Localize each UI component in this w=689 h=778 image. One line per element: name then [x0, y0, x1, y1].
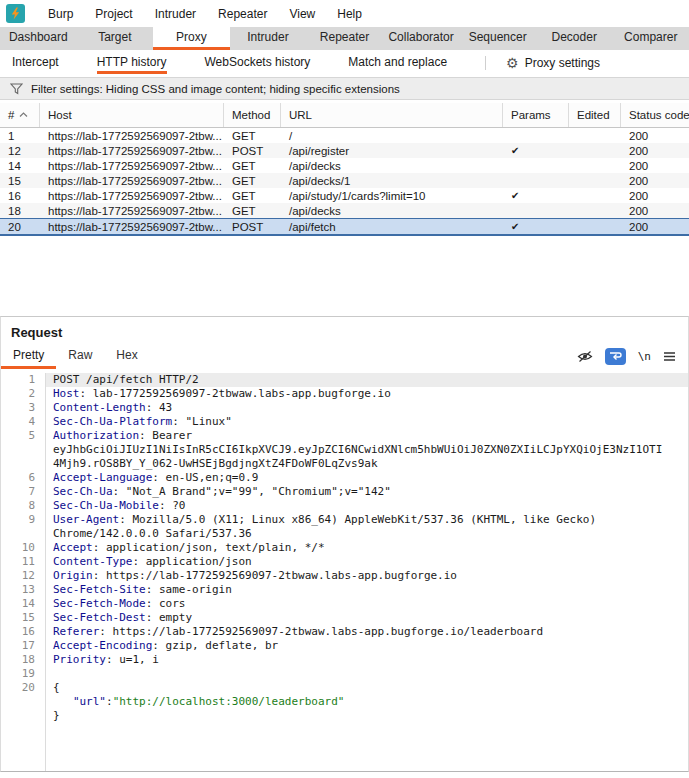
proxy-settings-button[interactable]: ⚙ Proxy settings: [506, 56, 600, 70]
cell-params: ✔: [503, 190, 569, 201]
token: "http://localhost:3000/leaderboard": [113, 695, 345, 708]
subtab-http-history[interactable]: HTTP history: [97, 51, 167, 74]
cell-url: /api/fetch: [281, 221, 503, 233]
menu-item-project[interactable]: Project: [84, 7, 143, 21]
eye-off-icon[interactable]: [577, 350, 593, 363]
cell-method: GET: [224, 190, 281, 202]
token: Sec-Ch-Ua-Platform: [53, 415, 172, 428]
editor-line: }: [1, 709, 688, 723]
cell-status-code: 200: [621, 130, 689, 142]
cell-url: /api/register: [281, 145, 503, 157]
request-tab-raw[interactable]: Raw: [56, 343, 104, 369]
line-number: [1, 709, 45, 723]
column-header-label: Status code: [629, 109, 689, 121]
newline-icon[interactable]: \n: [638, 350, 651, 363]
editor-line: "url":"http://localhost:3000/leaderboard…: [1, 695, 688, 709]
cell-url: /api/decks: [281, 160, 503, 172]
menu-item-help[interactable]: Help: [326, 7, 373, 21]
tab-dashboard[interactable]: Dashboard: [0, 27, 77, 50]
table-row[interactable]: 20https://lab-1772592569097-2tbw...POST/…: [0, 218, 689, 236]
column-header-number[interactable]: #: [0, 103, 40, 127]
line-content: Accept: application/json, text/plain, */…: [45, 541, 688, 555]
token: : same-origin: [146, 583, 232, 596]
column-header-label: URL: [289, 109, 312, 121]
request-editor[interactable]: 1POST /api/fetch HTTP/22Host: lab-177259…: [1, 373, 688, 771]
tab-target[interactable]: Target: [77, 27, 154, 50]
request-tab-hex[interactable]: Hex: [104, 343, 149, 369]
menu-icon[interactable]: [663, 351, 676, 362]
gear-icon: ⚙: [506, 56, 519, 70]
table-row[interactable]: 18https://lab-1772592569097-2tbw...GET/a…: [0, 203, 689, 218]
request-tab-bar: PrettyRawHex \n: [1, 342, 688, 369]
line-content: Content-Length: 43: [45, 401, 688, 415]
line-number: 9: [1, 513, 45, 527]
tab-repeater[interactable]: Repeater: [306, 27, 383, 50]
token: : cors: [146, 597, 186, 610]
cell-status-code: 200: [621, 190, 689, 202]
line-content: 4Mjh9.rOS8BY_Y_062-UwHSEjBgdjngXtZ4FDoWF…: [45, 457, 688, 471]
subtab-websockets-history[interactable]: WebSockets history: [205, 51, 311, 74]
token: : en-US,en;q=0.9: [152, 471, 258, 484]
token: "url": [73, 695, 106, 708]
tab-intruder[interactable]: Intruder: [230, 27, 307, 50]
table-row[interactable]: 12https://lab-1772592569097-2tbw...POST/…: [0, 143, 689, 158]
menu-item-view[interactable]: View: [278, 7, 326, 21]
line-number: 14: [1, 597, 45, 611]
token: : gzip, deflate, br: [152, 639, 278, 652]
line-content: eyJhbGciOiJIUzI1NiIsInR5cCI6IkpXVCJ9.eyJ…: [45, 443, 688, 457]
editor-line: 5Authorization: Bearer: [1, 429, 688, 443]
filter-settings-bar[interactable]: Filter settings: Hiding CSS and image co…: [0, 77, 689, 100]
table-row[interactable]: 1https://lab-1772592569097-2tbw...GET/20…: [0, 128, 689, 143]
menu-item-repeater[interactable]: Repeater: [207, 7, 278, 21]
tab-comparer[interactable]: Comparer: [613, 27, 689, 50]
menu-item-burp[interactable]: Burp: [37, 7, 84, 21]
column-header-label: Edited: [577, 109, 610, 121]
column-header-label: Method: [232, 109, 270, 121]
wrap-toggle-icon[interactable]: [605, 348, 626, 365]
line-number: [1, 443, 45, 457]
table-row[interactable]: 15https://lab-1772592569097-2tbw...GET/a…: [0, 173, 689, 188]
editor-line: eyJhbGciOiJIUzI1NiIsInR5cCI6IkpXVCJ9.eyJ…: [1, 443, 688, 457]
line-content: Sec-Fetch-Mode: cors: [45, 597, 688, 611]
menu-item-intruder[interactable]: Intruder: [144, 7, 207, 21]
column-header-label: #: [8, 109, 14, 121]
token: Sec-Fetch-Site: [53, 583, 146, 596]
lightning-bolt-icon: [9, 7, 22, 20]
line-content: [45, 667, 688, 681]
column-header-params[interactable]: Params: [503, 103, 569, 127]
column-header-url[interactable]: URL: [281, 103, 503, 127]
cell-number: 15: [0, 175, 40, 187]
token: : 43: [146, 401, 173, 414]
line-content: {: [45, 681, 688, 695]
burp-app-icon: [6, 4, 25, 23]
editor-line: 12Origin: https://lab-1772592569097-2tbw…: [1, 569, 688, 583]
line-number: 11: [1, 555, 45, 569]
token: : https://lab-1772592569097-2tbwaw.labs-…: [93, 569, 457, 582]
table-row[interactable]: 16https://lab-1772592569097-2tbw...GET/a…: [0, 188, 689, 203]
tab-sequencer[interactable]: Sequencer: [459, 27, 536, 50]
editor-line: 13Sec-Fetch-Site: same-origin: [1, 583, 688, 597]
line-number: 1: [1, 373, 45, 387]
token: Sec-Ch-Ua: [53, 485, 113, 498]
cell-number: 20: [0, 221, 40, 233]
tab-collaborator[interactable]: Collaborator: [383, 27, 460, 50]
editor-line: 17Accept-Encoding: gzip, deflate, br: [1, 639, 688, 653]
sort-ascending-icon: [19, 112, 28, 118]
subtab-intercept[interactable]: Intercept: [12, 51, 59, 74]
line-number: 17: [1, 639, 45, 653]
column-header-host[interactable]: Host: [40, 103, 224, 127]
tab-decoder[interactable]: Decoder: [536, 27, 613, 50]
request-tab-pretty[interactable]: Pretty: [1, 343, 56, 369]
token: Content-Length: [53, 401, 146, 414]
token: : Mozilla/5.0 (X11; Linux x86_64) AppleW…: [119, 513, 596, 526]
token: Content-Type: [53, 555, 132, 568]
subtab-match-and-replace[interactable]: Match and replace: [348, 51, 447, 74]
column-header-edited[interactable]: Edited: [569, 103, 621, 127]
cell-host: https://lab-1772592569097-2tbw...: [40, 130, 224, 142]
token: POST /api/fetch HTTP/2: [53, 373, 199, 386]
column-header-method[interactable]: Method: [224, 103, 281, 127]
column-header-status-code[interactable]: Status code: [621, 103, 689, 127]
tab-proxy[interactable]: Proxy: [153, 27, 230, 50]
line-content: Content-Type: application/json: [45, 555, 688, 569]
table-row[interactable]: 14https://lab-1772592569097-2tbw...GET/a…: [0, 158, 689, 173]
